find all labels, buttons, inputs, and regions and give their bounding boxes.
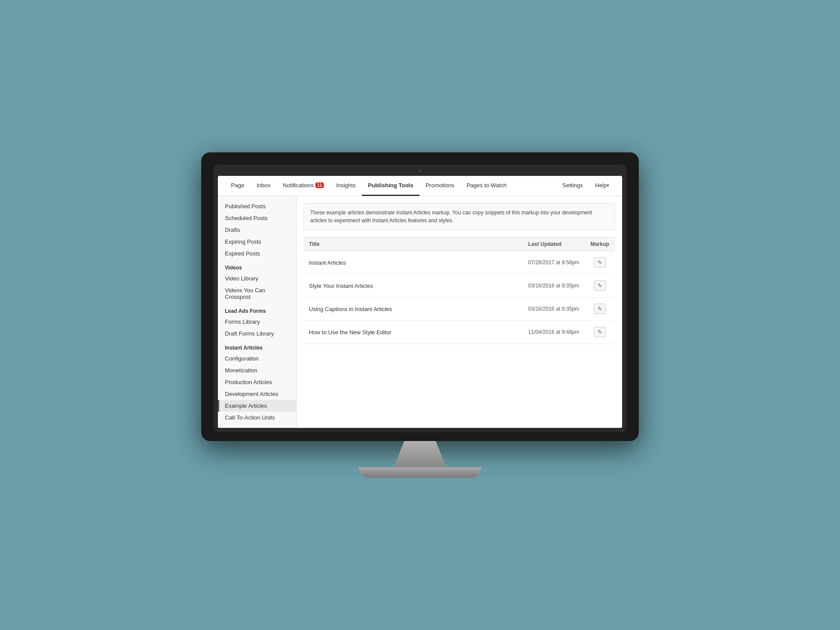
col-markup: Markup [584,238,615,251]
content-panel: These example articles demonstrate Insta… [297,196,622,428]
monitor-body: Page Inbox Notifications 11 Insights Pub… [201,152,639,441]
nav-item-promotions[interactable]: Promotions [420,176,461,196]
sidebar-item-video-library[interactable]: Video Library [218,273,296,284]
monitor-wrapper: Page Inbox Notifications 11 Insights Pub… [179,152,661,478]
table-header-row: Title Last Updated Markup [304,238,615,251]
table-row: Using Captions in Instant Articles03/16/… [304,298,615,321]
edit-markup-button[interactable]: ✎ [594,304,606,314]
monitor-camera [418,169,422,172]
sidebar-item-drafts[interactable]: Drafts [218,224,296,236]
nav-item-settings[interactable]: Settings [556,176,589,196]
article-date-cell: 03/16/2016 at 9:35pm [523,274,584,298]
sidebar-section-videos: Videos [218,259,296,273]
top-nav: Page Inbox Notifications 11 Insights Pub… [218,176,622,196]
article-date-cell: 11/04/2016 at 9:48pm [523,321,584,344]
article-title-cell: Instant Articles [304,251,523,274]
main-content: Published Posts Scheduled Posts Drafts E… [218,196,622,428]
article-title-cell: Style Your Instant Articles [304,274,523,298]
article-date-cell: 07/28/2017 at 9:56pm [523,251,584,274]
monitor-bezel: Page Inbox Notifications 11 Insights Pub… [214,164,626,432]
nav-item-inbox[interactable]: Inbox [250,176,276,196]
sidebar-item-configuration[interactable]: Configuration [218,353,296,364]
info-box: These example articles demonstrate Insta… [304,203,615,230]
screen: Page Inbox Notifications 11 Insights Pub… [218,176,622,428]
edit-markup-button[interactable]: ✎ [594,327,606,337]
nav-item-page[interactable]: Page [225,176,250,196]
monitor-stand-neck [394,441,446,467]
nav-item-insights[interactable]: Insights [330,176,362,196]
edit-markup-button[interactable]: ✎ [594,280,606,291]
sidebar: Published Posts Scheduled Posts Drafts E… [218,196,297,428]
nav-item-notifications[interactable]: Notifications 11 [276,176,330,196]
sidebar-item-development-articles[interactable]: Development Articles [218,388,296,400]
notifications-badge: 11 [315,182,324,188]
sidebar-item-monetization[interactable]: Monetization [218,364,296,376]
article-title-cell: Using Captions in Instant Articles [304,298,523,321]
sidebar-section-lead-ads: Lead Ads Forms [218,303,296,316]
edit-markup-button[interactable]: ✎ [594,257,606,268]
article-date-cell: 03/16/2016 at 9:35pm [523,298,584,321]
sidebar-item-expired-posts[interactable]: Expired Posts [218,248,296,259]
sidebar-item-example-articles[interactable]: Example Articles [218,400,296,412]
articles-table: Title Last Updated Markup Instant Articl… [304,237,615,344]
notifications-label: Notifications [283,182,314,189]
sidebar-section-instant-articles: Instant Articles [218,340,296,353]
sidebar-item-forms-library[interactable]: Forms Library [218,316,296,328]
article-title-cell: How to Use the New Style Editor [304,321,523,344]
table-row: How to Use the New Style Editor11/04/201… [304,321,615,344]
article-markup-cell: ✎ [584,298,615,321]
table-row: Instant Articles07/28/2017 at 9:56pm✎ [304,251,615,274]
nav-item-help[interactable]: Help [589,176,615,196]
sidebar-item-production-articles[interactable]: Production Articles [218,376,296,388]
sidebar-item-call-to-action-units[interactable]: Call-To-Action Units [218,412,296,424]
article-markup-cell: ✎ [584,274,615,298]
article-markup-cell: ✎ [584,321,615,344]
col-last-updated: Last Updated [523,238,584,251]
nav-item-pages-to-watch[interactable]: Pages to Watch [460,176,512,196]
sidebar-item-scheduled-posts[interactable]: Scheduled Posts [218,212,296,224]
sidebar-item-videos-crosspost[interactable]: Videos You Can Crosspost [218,284,296,303]
article-markup-cell: ✎ [584,251,615,274]
sidebar-item-draft-forms-library[interactable]: Draft Forms Library [218,328,296,340]
monitor-stand-base [359,467,481,478]
col-title: Title [304,238,523,251]
table-row: Style Your Instant Articles03/16/2016 at… [304,274,615,298]
sidebar-item-published-posts[interactable]: Published Posts [218,200,296,212]
nav-item-publishing-tools[interactable]: Publishing Tools [362,176,420,196]
sidebar-item-expiring-posts[interactable]: Expiring Posts [218,236,296,248]
